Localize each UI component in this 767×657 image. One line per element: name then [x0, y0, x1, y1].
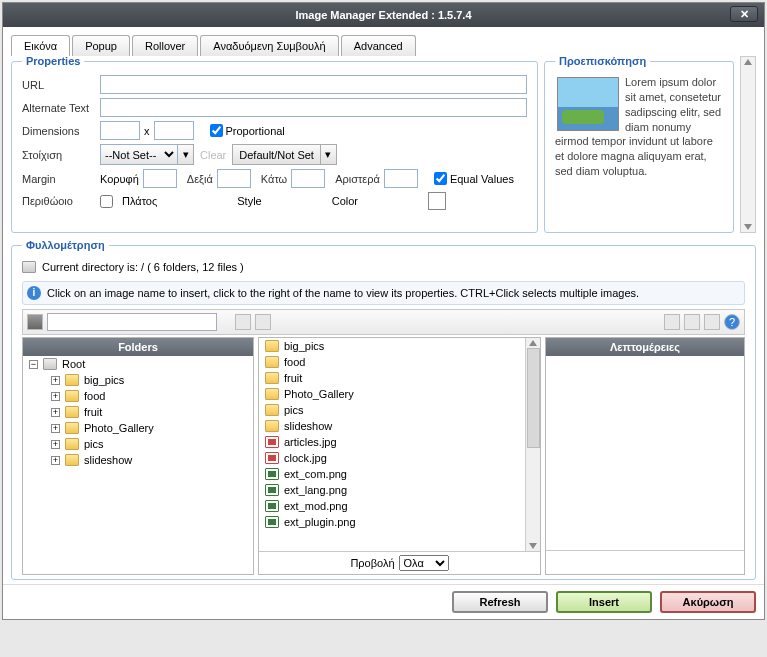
- details-header: Λεπτομέρειες: [546, 338, 744, 356]
- files-scrollbar[interactable]: [525, 338, 540, 551]
- file-label: Photo_Gallery: [284, 388, 354, 400]
- properties-legend: Properties: [22, 55, 84, 67]
- grid-view-button[interactable]: [664, 314, 680, 330]
- border-checkbox[interactable]: [100, 195, 113, 208]
- proportional-checkbox[interactable]: [210, 124, 223, 137]
- file-label: slideshow: [284, 420, 332, 432]
- expand-icon[interactable]: +: [51, 456, 60, 465]
- margin-right-input[interactable]: [217, 169, 251, 188]
- tab-advanced[interactable]: Advanced: [341, 35, 416, 56]
- scroll-up-icon[interactable]: [744, 59, 752, 65]
- search-input[interactable]: [47, 313, 217, 331]
- margin-right-label: Δεξιά: [187, 173, 213, 185]
- url-input[interactable]: [100, 75, 527, 94]
- file-label: ext_mod.png: [284, 500, 348, 512]
- upload-button[interactable]: [704, 314, 720, 330]
- tree-item[interactable]: +pics: [45, 436, 253, 452]
- folder-icon: [65, 438, 79, 450]
- file-item-image[interactable]: ext_mod.png: [259, 498, 525, 514]
- align-select[interactable]: --Not Set--: [100, 144, 178, 165]
- equal-values-checkbox[interactable]: [434, 172, 447, 185]
- margin-left-input[interactable]: [384, 169, 418, 188]
- tree-item[interactable]: +slideshow: [45, 452, 253, 468]
- image-icon: [265, 452, 279, 464]
- tree-item[interactable]: +big_pics: [45, 372, 253, 388]
- collapse-icon[interactable]: −: [29, 360, 38, 369]
- view-label: Προβολή: [350, 557, 394, 569]
- tree-label: pics: [84, 438, 104, 450]
- hint-text: Click on an image name to insert, click …: [47, 287, 639, 299]
- scroll-down-icon[interactable]: [529, 543, 537, 549]
- help-button[interactable]: ?: [724, 314, 740, 330]
- file-item-folder[interactable]: Photo_Gallery: [259, 386, 525, 402]
- file-label: ext_com.png: [284, 468, 347, 480]
- file-label: food: [284, 356, 305, 368]
- file-item-folder[interactable]: pics: [259, 402, 525, 418]
- expand-icon[interactable]: +: [51, 376, 60, 385]
- properties-fieldset: Properties URL Alternate Text Dimensions…: [11, 55, 538, 233]
- file-item-image[interactable]: articles.jpg: [259, 434, 525, 450]
- file-label: fruit: [284, 372, 302, 384]
- tree-item[interactable]: +food: [45, 388, 253, 404]
- tab-rollover[interactable]: Rollover: [132, 35, 198, 56]
- dimensions-label: Dimensions: [22, 125, 100, 137]
- align-extra-dropdown[interactable]: ▾: [178, 144, 194, 165]
- preview-legend: Προεπισκόπηση: [555, 55, 650, 67]
- default-dropdown[interactable]: ▾: [321, 144, 337, 165]
- browser-fieldset: Φυλλομέτρηση Current directory is: / ( 6…: [11, 239, 756, 580]
- tree-label: food: [84, 390, 105, 402]
- expand-icon[interactable]: +: [51, 424, 60, 433]
- folder-icon: [265, 340, 279, 352]
- tree-item[interactable]: +Photo_Gallery: [45, 420, 253, 436]
- alt-label: Alternate Text: [22, 102, 100, 114]
- details-footer: [546, 550, 744, 574]
- tree-item[interactable]: +fruit: [45, 404, 253, 420]
- tab-popup[interactable]: Popup: [72, 35, 130, 56]
- margin-bottom-input[interactable]: [291, 169, 325, 188]
- window-title: Image Manager Extended : 1.5.7.4: [295, 9, 471, 21]
- file-item-image[interactable]: clock.jpg: [259, 450, 525, 466]
- file-item-folder[interactable]: fruit: [259, 370, 525, 386]
- sort-desc-button[interactable]: [255, 314, 271, 330]
- expand-icon[interactable]: +: [51, 408, 60, 417]
- expand-icon[interactable]: +: [51, 440, 60, 449]
- scrollbar-thumb[interactable]: [527, 348, 540, 448]
- scroll-down-icon[interactable]: [744, 224, 752, 230]
- tree-label: big_pics: [84, 374, 124, 386]
- view-select[interactable]: Όλα: [399, 555, 449, 571]
- info-icon: i: [27, 286, 41, 300]
- color-swatch[interactable]: [428, 192, 446, 210]
- new-folder-button[interactable]: [684, 314, 700, 330]
- tab-image[interactable]: Εικόνα: [11, 35, 70, 56]
- width-input[interactable]: [100, 121, 140, 140]
- file-item-folder[interactable]: big_pics: [259, 338, 525, 354]
- preview-fieldset: Προεπισκόπηση Lorem ipsum dolor sit amet…: [544, 55, 734, 233]
- cancel-button[interactable]: Ακύρωση: [660, 591, 756, 613]
- tab-tooltip[interactable]: Αναδυόμενη Συμβουλή: [200, 35, 338, 56]
- binoculars-icon[interactable]: [27, 314, 43, 330]
- preview-thumbnail: [557, 77, 619, 131]
- properties-scrollbar[interactable]: [740, 56, 756, 233]
- expand-icon[interactable]: +: [51, 392, 60, 401]
- file-label: pics: [284, 404, 304, 416]
- sort-asc-button[interactable]: [235, 314, 251, 330]
- alt-input[interactable]: [100, 98, 527, 117]
- file-item-folder[interactable]: slideshow: [259, 418, 525, 434]
- folder-icon: [65, 406, 79, 418]
- margin-top-input[interactable]: [143, 169, 177, 188]
- refresh-button[interactable]: Refresh: [452, 591, 548, 613]
- default-button[interactable]: Default/Not Set: [232, 144, 321, 165]
- image-icon: [265, 516, 279, 528]
- file-item-image[interactable]: ext_plugin.png: [259, 514, 525, 530]
- file-item-image[interactable]: ext_com.png: [259, 466, 525, 482]
- tree-root[interactable]: −Root: [23, 356, 253, 372]
- view-row: Προβολή Όλα: [259, 551, 540, 574]
- insert-button[interactable]: Insert: [556, 591, 652, 613]
- file-item-folder[interactable]: food: [259, 354, 525, 370]
- height-input[interactable]: [154, 121, 194, 140]
- file-label: ext_lang.png: [284, 484, 347, 496]
- file-item-image[interactable]: ext_lang.png: [259, 482, 525, 498]
- scroll-up-icon[interactable]: [529, 340, 537, 346]
- folder-icon: [265, 372, 279, 384]
- close-button[interactable]: ✕: [730, 6, 758, 22]
